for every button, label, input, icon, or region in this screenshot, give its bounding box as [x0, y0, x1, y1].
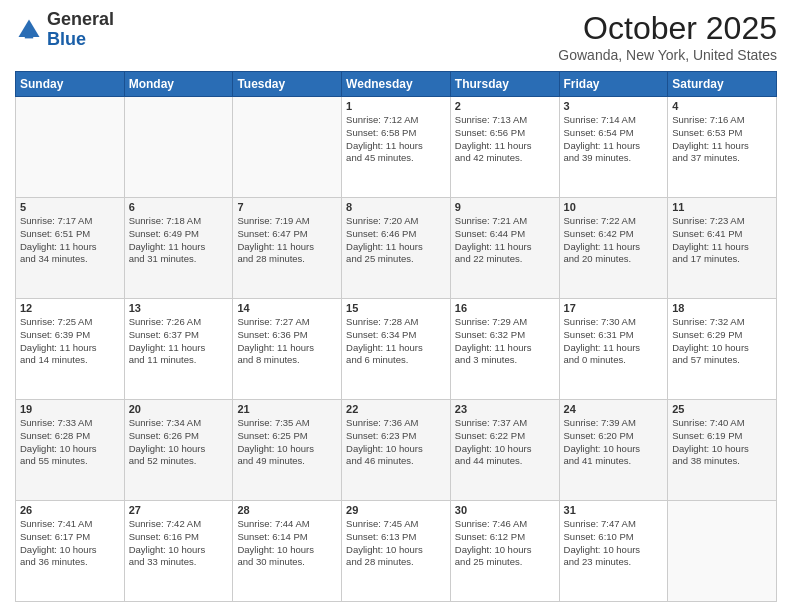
day-number: 8 — [346, 201, 446, 213]
day-number: 18 — [672, 302, 772, 314]
title-block: October 2025 Gowanda, New York, United S… — [558, 10, 777, 63]
calendar-week-3: 19Sunrise: 7:33 AM Sunset: 6:28 PM Dayli… — [16, 400, 777, 501]
calendar-cell: 24Sunrise: 7:39 AM Sunset: 6:20 PM Dayli… — [559, 400, 668, 501]
month-title: October 2025 — [558, 10, 777, 47]
calendar-header-tuesday: Tuesday — [233, 72, 342, 97]
day-number: 16 — [455, 302, 555, 314]
day-number: 23 — [455, 403, 555, 415]
calendar-cell: 22Sunrise: 7:36 AM Sunset: 6:23 PM Dayli… — [342, 400, 451, 501]
day-number: 21 — [237, 403, 337, 415]
day-info: Sunrise: 7:37 AM Sunset: 6:22 PM Dayligh… — [455, 417, 555, 468]
calendar-cell: 8Sunrise: 7:20 AM Sunset: 6:46 PM Daylig… — [342, 198, 451, 299]
day-info: Sunrise: 7:32 AM Sunset: 6:29 PM Dayligh… — [672, 316, 772, 367]
day-number: 6 — [129, 201, 229, 213]
calendar-header-wednesday: Wednesday — [342, 72, 451, 97]
calendar-cell: 9Sunrise: 7:21 AM Sunset: 6:44 PM Daylig… — [450, 198, 559, 299]
calendar-cell: 5Sunrise: 7:17 AM Sunset: 6:51 PM Daylig… — [16, 198, 125, 299]
calendar-cell: 13Sunrise: 7:26 AM Sunset: 6:37 PM Dayli… — [124, 299, 233, 400]
calendar-cell: 4Sunrise: 7:16 AM Sunset: 6:53 PM Daylig… — [668, 97, 777, 198]
calendar-header-saturday: Saturday — [668, 72, 777, 97]
calendar-cell: 28Sunrise: 7:44 AM Sunset: 6:14 PM Dayli… — [233, 501, 342, 602]
day-info: Sunrise: 7:14 AM Sunset: 6:54 PM Dayligh… — [564, 114, 664, 165]
logo-blue: Blue — [47, 29, 86, 49]
day-number: 20 — [129, 403, 229, 415]
day-number: 13 — [129, 302, 229, 314]
day-number: 7 — [237, 201, 337, 213]
calendar-cell: 6Sunrise: 7:18 AM Sunset: 6:49 PM Daylig… — [124, 198, 233, 299]
calendar-cell: 16Sunrise: 7:29 AM Sunset: 6:32 PM Dayli… — [450, 299, 559, 400]
day-info: Sunrise: 7:44 AM Sunset: 6:14 PM Dayligh… — [237, 518, 337, 569]
day-info: Sunrise: 7:18 AM Sunset: 6:49 PM Dayligh… — [129, 215, 229, 266]
day-number: 1 — [346, 100, 446, 112]
day-number: 4 — [672, 100, 772, 112]
day-info: Sunrise: 7:39 AM Sunset: 6:20 PM Dayligh… — [564, 417, 664, 468]
day-info: Sunrise: 7:47 AM Sunset: 6:10 PM Dayligh… — [564, 518, 664, 569]
day-number: 3 — [564, 100, 664, 112]
calendar-cell: 12Sunrise: 7:25 AM Sunset: 6:39 PM Dayli… — [16, 299, 125, 400]
day-info: Sunrise: 7:35 AM Sunset: 6:25 PM Dayligh… — [237, 417, 337, 468]
calendar-cell: 2Sunrise: 7:13 AM Sunset: 6:56 PM Daylig… — [450, 97, 559, 198]
header: General Blue October 2025 Gowanda, New Y… — [15, 10, 777, 63]
day-info: Sunrise: 7:23 AM Sunset: 6:41 PM Dayligh… — [672, 215, 772, 266]
calendar-cell: 17Sunrise: 7:30 AM Sunset: 6:31 PM Dayli… — [559, 299, 668, 400]
day-info: Sunrise: 7:30 AM Sunset: 6:31 PM Dayligh… — [564, 316, 664, 367]
day-info: Sunrise: 7:33 AM Sunset: 6:28 PM Dayligh… — [20, 417, 120, 468]
calendar-cell: 14Sunrise: 7:27 AM Sunset: 6:36 PM Dayli… — [233, 299, 342, 400]
day-number: 9 — [455, 201, 555, 213]
day-number: 25 — [672, 403, 772, 415]
day-number: 15 — [346, 302, 446, 314]
calendar-cell: 21Sunrise: 7:35 AM Sunset: 6:25 PM Dayli… — [233, 400, 342, 501]
calendar-header-row: SundayMondayTuesdayWednesdayThursdayFrid… — [16, 72, 777, 97]
calendar-header-sunday: Sunday — [16, 72, 125, 97]
day-info: Sunrise: 7:42 AM Sunset: 6:16 PM Dayligh… — [129, 518, 229, 569]
calendar-cell: 18Sunrise: 7:32 AM Sunset: 6:29 PM Dayli… — [668, 299, 777, 400]
day-info: Sunrise: 7:25 AM Sunset: 6:39 PM Dayligh… — [20, 316, 120, 367]
calendar-week-1: 5Sunrise: 7:17 AM Sunset: 6:51 PM Daylig… — [16, 198, 777, 299]
day-info: Sunrise: 7:34 AM Sunset: 6:26 PM Dayligh… — [129, 417, 229, 468]
day-info: Sunrise: 7:17 AM Sunset: 6:51 PM Dayligh… — [20, 215, 120, 266]
day-info: Sunrise: 7:36 AM Sunset: 6:23 PM Dayligh… — [346, 417, 446, 468]
calendar-cell: 3Sunrise: 7:14 AM Sunset: 6:54 PM Daylig… — [559, 97, 668, 198]
calendar-cell: 27Sunrise: 7:42 AM Sunset: 6:16 PM Dayli… — [124, 501, 233, 602]
svg-marker-0 — [19, 19, 40, 37]
day-info: Sunrise: 7:40 AM Sunset: 6:19 PM Dayligh… — [672, 417, 772, 468]
calendar-cell: 20Sunrise: 7:34 AM Sunset: 6:26 PM Dayli… — [124, 400, 233, 501]
day-number: 10 — [564, 201, 664, 213]
day-info: Sunrise: 7:22 AM Sunset: 6:42 PM Dayligh… — [564, 215, 664, 266]
calendar-header-monday: Monday — [124, 72, 233, 97]
calendar-week-2: 12Sunrise: 7:25 AM Sunset: 6:39 PM Dayli… — [16, 299, 777, 400]
day-info: Sunrise: 7:12 AM Sunset: 6:58 PM Dayligh… — [346, 114, 446, 165]
calendar-cell — [124, 97, 233, 198]
day-info: Sunrise: 7:28 AM Sunset: 6:34 PM Dayligh… — [346, 316, 446, 367]
calendar-cell: 10Sunrise: 7:22 AM Sunset: 6:42 PM Dayli… — [559, 198, 668, 299]
calendar-cell: 29Sunrise: 7:45 AM Sunset: 6:13 PM Dayli… — [342, 501, 451, 602]
calendar-cell: 11Sunrise: 7:23 AM Sunset: 6:41 PM Dayli… — [668, 198, 777, 299]
logo-text: General Blue — [47, 10, 114, 50]
day-info: Sunrise: 7:46 AM Sunset: 6:12 PM Dayligh… — [455, 518, 555, 569]
calendar-cell — [233, 97, 342, 198]
day-info: Sunrise: 7:27 AM Sunset: 6:36 PM Dayligh… — [237, 316, 337, 367]
day-number: 24 — [564, 403, 664, 415]
location: Gowanda, New York, United States — [558, 47, 777, 63]
day-info: Sunrise: 7:20 AM Sunset: 6:46 PM Dayligh… — [346, 215, 446, 266]
day-info: Sunrise: 7:21 AM Sunset: 6:44 PM Dayligh… — [455, 215, 555, 266]
day-number: 11 — [672, 201, 772, 213]
day-info: Sunrise: 7:13 AM Sunset: 6:56 PM Dayligh… — [455, 114, 555, 165]
logo-icon — [15, 16, 43, 44]
calendar-cell: 31Sunrise: 7:47 AM Sunset: 6:10 PM Dayli… — [559, 501, 668, 602]
day-number: 27 — [129, 504, 229, 516]
day-number: 12 — [20, 302, 120, 314]
day-number: 5 — [20, 201, 120, 213]
day-number: 29 — [346, 504, 446, 516]
calendar-week-0: 1Sunrise: 7:12 AM Sunset: 6:58 PM Daylig… — [16, 97, 777, 198]
day-info: Sunrise: 7:45 AM Sunset: 6:13 PM Dayligh… — [346, 518, 446, 569]
day-number: 14 — [237, 302, 337, 314]
day-number: 22 — [346, 403, 446, 415]
calendar-header-friday: Friday — [559, 72, 668, 97]
day-info: Sunrise: 7:19 AM Sunset: 6:47 PM Dayligh… — [237, 215, 337, 266]
svg-rect-1 — [25, 35, 33, 38]
day-number: 31 — [564, 504, 664, 516]
day-info: Sunrise: 7:41 AM Sunset: 6:17 PM Dayligh… — [20, 518, 120, 569]
day-number: 30 — [455, 504, 555, 516]
calendar-table: SundayMondayTuesdayWednesdayThursdayFrid… — [15, 71, 777, 602]
